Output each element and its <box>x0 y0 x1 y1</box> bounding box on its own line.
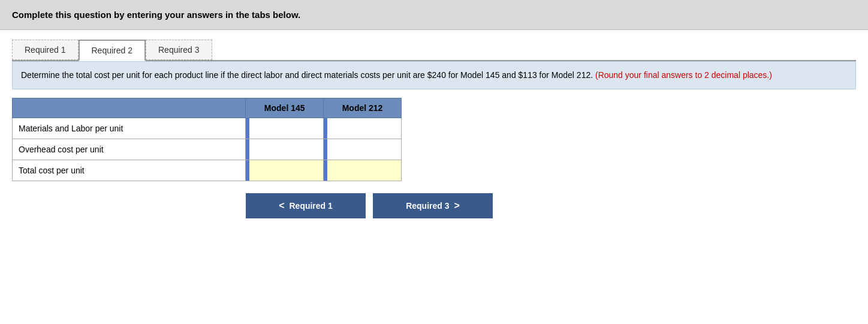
overhead-model212-cell[interactable] <box>324 139 402 160</box>
row-label-materials: Materials and Labor per unit <box>13 118 246 139</box>
next-button[interactable]: Required 3 > <box>373 193 493 218</box>
main-content: Required 1 Required 2 Required 3 Determi… <box>0 30 868 228</box>
materials-model212-cell[interactable] <box>324 118 402 139</box>
cell-marker <box>246 160 249 181</box>
materials-model212-input[interactable] <box>324 118 401 139</box>
cell-marker <box>324 139 327 160</box>
description-note: (Round your final answers to 2 decimal p… <box>595 70 772 80</box>
materials-model145-cell[interactable] <box>246 118 324 139</box>
description-main: Determine the total cost per unit for ea… <box>21 70 593 80</box>
prev-button-label: Required 1 <box>289 201 332 211</box>
row-label-total: Total cost per unit <box>13 160 246 181</box>
col-header-label <box>13 98 246 118</box>
tab-required3[interactable]: Required 3 <box>146 40 212 60</box>
cell-marker <box>324 160 327 181</box>
nav-buttons: < Required 1 Required 3 > <box>12 193 856 218</box>
cell-marker <box>246 139 249 160</box>
col-header-model212: Model 212 <box>324 98 402 118</box>
tab-bar: Required 1 Required 2 Required 3 <box>12 40 856 61</box>
next-button-label: Required 3 <box>406 201 449 211</box>
cell-marker <box>246 118 249 139</box>
table-row: Overhead cost per unit <box>13 139 402 160</box>
overhead-model145-cell[interactable] <box>246 139 324 160</box>
next-arrow-icon: > <box>454 200 460 211</box>
tab-required2[interactable]: Required 2 <box>79 40 146 61</box>
overhead-model212-input[interactable] <box>324 139 401 160</box>
materials-model145-input[interactable] <box>246 118 323 139</box>
cost-table: Model 145 Model 212 Materials and Labor … <box>12 98 402 181</box>
tab-required1[interactable]: Required 1 <box>12 40 79 60</box>
col-header-model145: Model 145 <box>246 98 324 118</box>
table-row-total: Total cost per unit <box>13 160 402 181</box>
overhead-model145-input[interactable] <box>246 139 323 160</box>
table-row: Materials and Labor per unit <box>13 118 402 139</box>
total-model212-cell[interactable] <box>324 160 402 181</box>
header-title: Complete this question by entering your … <box>12 10 300 20</box>
cell-marker <box>324 118 327 139</box>
total-model212-input[interactable] <box>324 160 401 181</box>
table-header-row: Model 145 Model 212 <box>13 98 402 118</box>
total-model145-cell[interactable] <box>246 160 324 181</box>
total-model145-input[interactable] <box>246 160 323 181</box>
description-box: Determine the total cost per unit for ea… <box>12 61 856 89</box>
page-header: Complete this question by entering your … <box>0 0 868 30</box>
prev-arrow-icon: < <box>279 200 284 211</box>
row-label-overhead: Overhead cost per unit <box>13 139 246 160</box>
prev-button[interactable]: < Required 1 <box>246 193 366 218</box>
